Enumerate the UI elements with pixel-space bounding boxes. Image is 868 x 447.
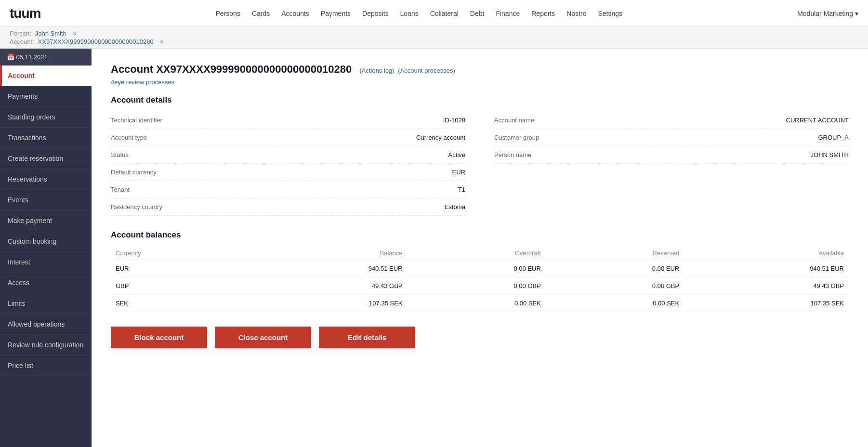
sidebar-item-standing-orders[interactable]: Standing orders (0, 107, 92, 128)
table-row: GBP 49.43 GBP 0.00 GBP 0.00 GBP 49.43 GB… (111, 277, 849, 295)
logo: tuum (10, 6, 40, 21)
nav-cards[interactable]: Cards (252, 10, 270, 17)
person-label: Person: (10, 30, 31, 37)
sidebar-item-interest[interactable]: Interest (0, 252, 92, 273)
breadcrumb-bar: Person: John Smith ✕ Account: XX97XXXX99… (0, 27, 868, 49)
nav-nostro[interactable]: Nostro (566, 10, 586, 17)
account-processes-link[interactable]: (Account processes) (398, 67, 455, 74)
account-details-title: Account details (111, 95, 849, 105)
nav-debt[interactable]: Debt (470, 10, 485, 17)
balance-currency-eur: EUR (111, 260, 243, 277)
nav-collateral[interactable]: Collateral (430, 10, 459, 17)
balance-currency-gbp: GBP (111, 277, 243, 295)
sidebar-item-limits[interactable]: Limits (0, 293, 92, 314)
block-account-button[interactable]: Block account (111, 327, 207, 348)
sidebar-item-review-rule[interactable]: Review rule configuration (0, 335, 92, 355)
account-value: XX97XXXX999990000000000000010280 (38, 38, 154, 45)
detail-status: Status Active (111, 146, 465, 164)
sidebar-item-make-payment[interactable]: Make payment (0, 210, 92, 231)
sidebar-item-access[interactable]: Access (0, 273, 92, 293)
balance-reserved-eur: 0.00 EUR (546, 260, 684, 277)
detail-account-type: Account type Currency account (111, 129, 465, 146)
balance-reserved-sek: 0.00 SEK (546, 295, 684, 312)
tenant-selector[interactable]: Modular Marketing ▾ (797, 10, 858, 17)
balance-balance-eur: 940.51 EUR (243, 260, 408, 277)
person-close-icon[interactable]: ✕ (72, 30, 77, 37)
page-title: Account XX97XXXX999990000000000000010280 (111, 63, 355, 75)
balance-balance-gbp: 49.43 GBP (243, 277, 408, 295)
nav-persons[interactable]: Persons (216, 10, 240, 17)
sidebar-date: 📅 05.11.2021 (0, 49, 92, 66)
account-details-grid: Technical identifier ID-1028 Account typ… (111, 112, 849, 216)
sidebar: 📅 05.11.2021 Account Payments Standing o… (0, 49, 92, 447)
sidebar-item-allowed-operations[interactable]: Allowed operations (0, 314, 92, 335)
detail-person-name: Person name JOHN SMITH (494, 146, 849, 164)
detail-technical-identifier: Technical identifier ID-1028 (111, 112, 465, 129)
nav-reports[interactable]: Reports (531, 10, 555, 17)
balance-reserved-gbp: 0.00 GBP (546, 277, 684, 295)
nav-loans[interactable]: Loans (400, 10, 419, 17)
detail-residency-country: Residency country Estonia (111, 198, 465, 216)
details-right-col: Account name CURRENT ACCOUNT Customer gr… (494, 112, 849, 216)
account-balances-title: Account balances (111, 230, 849, 240)
person-value: John Smith (35, 30, 66, 37)
page-title-row: Account XX97XXXX999990000000000000010280… (111, 63, 849, 76)
nav-accounts[interactable]: Accounts (281, 10, 309, 17)
breadcrumb-person-row: Person: John Smith ✕ (10, 30, 858, 37)
detail-tenant: Tenant T1 (111, 181, 465, 198)
balance-currency-sek: SEK (111, 295, 243, 312)
edit-details-button[interactable]: Edit details (319, 327, 415, 348)
balance-available-eur: 940.51 EUR (684, 260, 849, 277)
nav-finance[interactable]: Finance (496, 10, 520, 17)
balance-overdraft-gbp: 0.00 GBP (407, 277, 545, 295)
sidebar-item-price-list[interactable]: Price list (0, 355, 92, 376)
sidebar-item-account[interactable]: Account (0, 66, 92, 86)
main-layout: 📅 05.11.2021 Account Payments Standing o… (0, 49, 868, 447)
balance-available-gbp: 49.43 GBP (684, 277, 849, 295)
sidebar-item-transactions[interactable]: Transactions (0, 128, 92, 148)
detail-default-currency: Default currency EUR (111, 164, 465, 181)
nav-deposits[interactable]: Deposits (362, 10, 388, 17)
table-row: SEK 107.35 SEK 0.00 SEK 0.00 SEK 107.35 … (111, 295, 849, 312)
content-area: Account XX97XXXX999990000000000000010280… (92, 49, 868, 447)
action-buttons: Block account Close account Edit details (111, 327, 849, 348)
col-balance: Balance (243, 247, 408, 260)
detail-account-name: Account name CURRENT ACCOUNT (494, 112, 849, 129)
sidebar-item-reservations[interactable]: Reservations (0, 169, 92, 190)
sidebar-item-events[interactable]: Events (0, 190, 92, 210)
balance-balance-sek: 107.35 SEK (243, 295, 408, 312)
col-currency: Currency (111, 247, 243, 260)
balance-overdraft-eur: 0.00 EUR (407, 260, 545, 277)
page-title-links: (Actions log) (Account processes) (359, 67, 457, 74)
balance-overdraft-sek: 0.00 SEK (407, 295, 545, 312)
close-account-button[interactable]: Close account (215, 327, 311, 348)
balance-available-sek: 107.35 SEK (684, 295, 849, 312)
sidebar-item-payments[interactable]: Payments (0, 86, 92, 107)
account-close-icon[interactable]: ✕ (159, 39, 164, 45)
breadcrumb-account-row: Account: XX97XXXX99999000000000000001028… (10, 38, 858, 45)
nav-settings[interactable]: Settings (598, 10, 623, 17)
details-left-col: Technical identifier ID-1028 Account typ… (111, 112, 465, 216)
account-label: Account: (10, 38, 34, 45)
nav-payments[interactable]: Payments (321, 10, 351, 17)
balances-table: Currency Balance Overdraft Reserved Avai… (111, 247, 849, 312)
sidebar-item-create-reservation[interactable]: Create reservation (0, 148, 92, 169)
col-reserved: Reserved (546, 247, 684, 260)
four-eye-review-link[interactable]: 4eye review processes (111, 79, 849, 86)
col-overdraft: Overdraft (407, 247, 545, 260)
top-nav: tuum Persons Cards Accounts Payments Dep… (0, 0, 868, 27)
table-row: EUR 940.51 EUR 0.00 EUR 0.00 EUR 940.51 … (111, 260, 849, 277)
sidebar-item-custom-booking[interactable]: Custom booking (0, 231, 92, 252)
actions-log-link[interactable]: (Actions log) (359, 67, 394, 74)
nav-links: Persons Cards Accounts Payments Deposits… (216, 10, 623, 17)
detail-customer-group: Customer group GROUP_A (494, 129, 849, 146)
col-available: Available (684, 247, 849, 260)
